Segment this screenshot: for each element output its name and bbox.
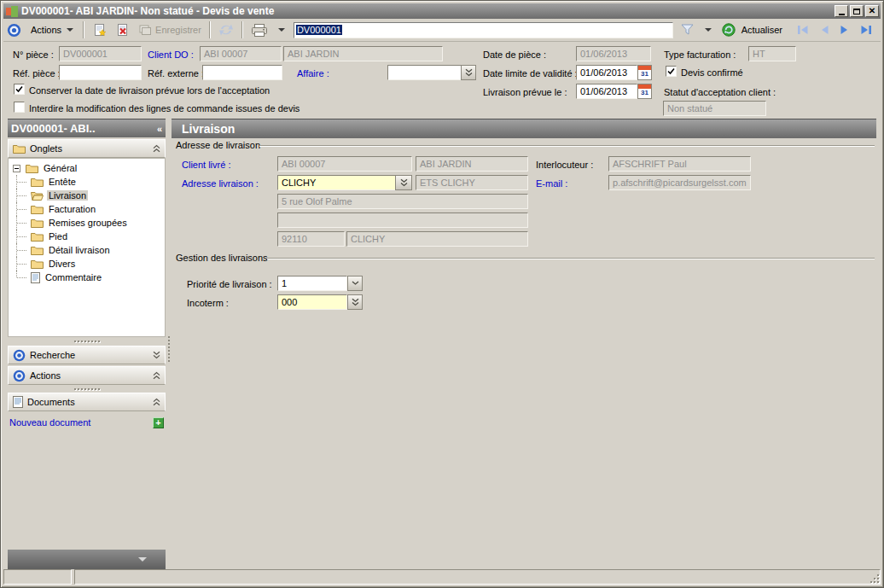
num-piece-label: N° pièce : [13,49,54,60]
main-panel-title: Livraison [182,122,235,136]
add-document-button[interactable]: + [153,417,164,428]
panel-onglets[interactable]: Onglets [8,139,166,158]
date-limite-label: Date limite de validité : [483,68,578,79]
tree-item-detail-livraison[interactable]: Détail livraison [10,243,163,257]
maximize-icon [853,9,860,15]
interlocuteur-label: Interlocuteur : [536,160,593,170]
toolbar-separator [83,21,84,38]
calendar-icon-text: 31 [641,89,648,97]
collapse-chevron-up-icon [153,144,160,153]
collapse-chevron-up-icon [153,371,160,380]
tree-item-divers[interactable]: Divers [10,257,163,271]
email-label: E-mail : [536,178,567,189]
sidebar-collapse-icon[interactable]: « [157,124,162,134]
actualiser-button[interactable]: Actualiser [718,20,792,39]
print-options-button[interactable] [272,22,291,38]
folder-icon [31,218,44,228]
toolbar-separator [209,21,211,38]
client-livre-code-field: ABI 00007 [277,156,412,172]
type-facturation-field: HT [748,46,796,61]
date-limite-calendar-button[interactable]: 31 [637,65,652,80]
expand-chevron-down-icon [153,351,160,359]
sidebar-header-title: DV000001- ABI.. [11,122,96,135]
email-field: p.afschrift@picardsurgelsst.com [608,175,751,190]
adresse-livraison-combo[interactable]: CLICHY [277,175,396,190]
document-icon [31,272,40,283]
filter-button[interactable] [676,20,699,39]
folder-icon [31,231,44,242]
tree-item-facturation[interactable]: Facturation [10,202,163,216]
tree-item-label: Divers [47,259,77,269]
address-line2-field [277,212,528,228]
ref-externe-field[interactable] [202,65,282,80]
actions-menu-button[interactable]: Actions [26,22,79,38]
panel-recherche[interactable]: Recherche [8,346,166,364]
document-ref-selected-text: DV000001 [296,25,342,35]
incoterm-lookup-button[interactable] [347,294,363,310]
sidebar-splitter-handle[interactable] [8,387,166,392]
num-piece-field: DV000001 [59,46,142,61]
adresse-livraison-lookup-button[interactable] [395,175,412,190]
filter-options-button[interactable] [699,22,718,38]
double-chevron-down-icon [465,68,473,77]
next-record-button[interactable] [835,21,855,38]
refresh-arrows-button[interactable] [214,20,238,39]
first-record-icon [796,24,810,36]
maximize-button[interactable] [850,5,864,17]
close-button[interactable]: ✕ [865,5,879,17]
refresh-globe-icon [722,23,736,37]
filter-caret-icon [705,28,712,35]
actions-caret-icon [67,28,73,35]
folder-icon [13,143,26,154]
affaire-field[interactable] [387,65,462,80]
livraison-prevue-calendar-button[interactable]: 31 [637,84,652,99]
tree-item-pied[interactable]: Pied [10,230,163,243]
bullseye-icon [13,349,26,362]
new-document-link[interactable]: Nouveau document [9,417,90,428]
tree-item-commentaire[interactable]: Commentaire [10,271,163,284]
devis-confirme-checkbox[interactable] [666,66,677,77]
last-record-button[interactable] [855,21,877,38]
app-icon [6,6,18,17]
sidebar-collapsed-bar[interactable] [8,550,166,569]
previous-record-button[interactable] [814,21,835,38]
priorite-dropdown-button[interactable] [347,276,363,291]
document-ref-input[interactable]: DV000001 [294,22,673,38]
resize-grip[interactable] [869,573,879,583]
address-line1-field: 5 rue Olof Palme [277,194,528,209]
panel-recherche-label: Recherche [30,350,75,360]
print-button[interactable] [247,20,272,40]
panel-documents[interactable]: Documents [8,393,166,411]
double-chevron-down-icon [352,298,359,306]
affaire-lookup-button[interactable] [461,65,476,80]
date-limite-field[interactable]: 01/06/2013 [576,65,637,80]
conserver-date-checkbox[interactable] [14,84,25,95]
status-cell-main [74,569,881,585]
toolbar: Actions Enregistrer DV000001 [3,19,881,42]
checkmark-icon [15,85,23,93]
client-do-label: Client DO : [148,49,194,60]
actualiser-label: Actualiser [742,25,782,35]
first-record-button[interactable] [792,21,814,38]
incoterm-combo[interactable]: 000 [277,294,347,310]
interdire-modification-checkbox[interactable] [14,102,25,113]
tree-item-general[interactable]: Général [10,161,163,175]
ref-piece-field[interactable] [59,65,142,80]
tree-item-livraison[interactable]: Livraison [10,189,163,202]
client-livre-label: Client livré : [182,160,230,170]
tree-item-remises-groupees[interactable]: Remises groupées [10,216,163,230]
minimize-button[interactable] [835,5,848,17]
livraison-prevue-field[interactable]: 01/06/2013 [576,84,637,99]
sidebar-splitter-handle[interactable] [8,339,166,344]
tree-item-entete[interactable]: Entête [10,175,163,189]
priorite-combo[interactable]: 1 [277,276,347,291]
new-document-button[interactable] [88,20,111,39]
adresse-livraison-name-field: ETS CLICHY [416,175,528,190]
panel-actions[interactable]: Actions [8,366,166,385]
tree-collapse-box-icon[interactable] [13,165,20,172]
delete-document-button[interactable] [111,20,134,39]
save-button[interactable]: Enregistrer [134,21,206,39]
calendar-icon-text: 31 [641,70,648,79]
vertical-splitter-handle[interactable] [168,336,171,362]
previous-record-icon [818,24,830,36]
